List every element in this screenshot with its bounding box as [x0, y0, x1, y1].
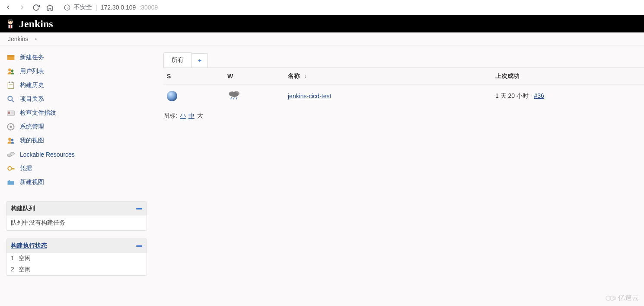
sidebar: 新建任务 用户列表 构建历史 项目关系 检查文件指纹 系统管理 我的视图 Loc… — [0, 45, 156, 276]
table-header-row: S W 名称 ↓ 上次成功 — [163, 68, 644, 85]
sidebar-item-newview[interactable]: 新建视图 — [6, 175, 156, 189]
sidebar-item-lockable[interactable]: Lockable Resources — [6, 148, 156, 161]
legend-small[interactable]: 小 — [180, 112, 186, 120]
lockable-icon — [6, 150, 16, 159]
col-last-success[interactable]: 上次成功 — [492, 68, 644, 85]
sidebar-item-label: 项目关系 — [20, 95, 44, 103]
svg-point-12 — [8, 68, 11, 71]
svg-rect-14 — [8, 82, 13, 89]
svg-rect-16 — [12, 82, 13, 83]
svg-line-35 — [13, 124, 13, 125]
jenkins-butler-icon — [4, 18, 16, 30]
build-queue-empty: 队列中没有构建任务 — [6, 216, 147, 230]
sidebar-item-label: 用户列表 — [20, 68, 44, 75]
sidebar-item-fingerprint[interactable]: 检查文件指纹 — [6, 106, 156, 120]
sidebar-item-manage[interactable]: 系统管理 — [6, 120, 156, 134]
svg-line-34 — [8, 129, 9, 129]
manage-icon — [6, 122, 16, 132]
status-cell — [163, 85, 224, 107]
url-host: 172.30.0.109 — [101, 4, 136, 11]
job-table: S W 名称 ↓ 上次成功 — [163, 68, 644, 107]
browser-toolbar: 不安全 | 172.30.0.109:30009 — [0, 0, 644, 15]
svg-line-48 — [233, 97, 234, 100]
name-cell: jenkins-cicd-test — [284, 85, 492, 107]
people-icon — [6, 67, 16, 76]
breadcrumb: Jenkins ▸ — [0, 32, 644, 45]
weather-rain-icon — [227, 89, 241, 101]
tab-all[interactable]: 所有 — [163, 52, 192, 68]
svg-point-9 — [11, 21, 12, 22]
sidebar-item-label: 系统管理 — [20, 123, 44, 131]
build-queue-pane: 构建队列 队列中没有构建任务 — [6, 201, 147, 231]
svg-rect-4 — [9, 19, 12, 21]
last-success-time: 1 天 20 小时 — [495, 92, 529, 99]
build-queue-header: 构建队列 — [6, 202, 147, 216]
job-link[interactable]: jenkins-cicd-test — [288, 93, 331, 100]
sidebar-item-credentials[interactable]: 凭据 — [6, 161, 156, 175]
sidebar-item-myviews[interactable]: 我的视图 — [6, 134, 156, 148]
sidebar-nav: 新建任务 用户列表 构建历史 项目关系 检查文件指纹 系统管理 我的视图 Loc… — [6, 51, 156, 189]
svg-rect-22 — [8, 112, 10, 114]
sidebar-item-label: 检查文件指纹 — [20, 109, 56, 117]
sidebar-item-history[interactable]: 构建历史 — [6, 78, 156, 92]
fingerprint-icon — [6, 108, 16, 118]
back-icon[interactable] — [4, 3, 12, 11]
legend-medium[interactable]: 中 — [188, 112, 194, 120]
svg-rect-7 — [10, 25, 11, 28]
collapse-icon[interactable] — [136, 245, 142, 247]
sidebar-item-label: 我的视图 — [20, 137, 44, 145]
build-link[interactable]: #36 — [534, 92, 544, 99]
my-views-icon — [6, 136, 16, 145]
svg-point-46 — [230, 92, 238, 97]
tab-add[interactable]: + — [191, 53, 208, 68]
svg-line-20 — [12, 100, 14, 102]
sidebar-item-relations[interactable]: 项目关系 — [6, 92, 156, 106]
url-port: :30009 — [139, 4, 158, 11]
status-ball-icon — [167, 91, 177, 101]
executor-num: 1 — [11, 254, 14, 262]
executor-row: 2空闲 — [6, 264, 147, 275]
sidebar-item-new[interactable]: 新建任务 — [6, 51, 156, 64]
svg-point-13 — [11, 69, 13, 72]
sidebar-item-label: 构建历史 — [20, 81, 44, 89]
jenkins-logo[interactable]: Jenkins — [4, 18, 53, 30]
reload-icon[interactable] — [32, 3, 40, 11]
new-view-icon — [6, 177, 16, 187]
svg-point-8 — [9, 21, 10, 22]
executor-status: 空闲 — [19, 254, 31, 262]
forward-icon — [18, 3, 26, 11]
svg-point-27 — [10, 126, 12, 128]
svg-line-33 — [13, 129, 13, 129]
executor-row: 1空闲 — [6, 253, 147, 264]
credentials-icon — [6, 164, 16, 173]
icon-legend: 图标: 小 中 大 — [163, 112, 644, 120]
svg-line-49 — [236, 97, 237, 100]
home-icon[interactable] — [46, 3, 54, 11]
col-status[interactable]: S — [163, 68, 224, 85]
col-name[interactable]: 名称 ↓ — [284, 68, 492, 85]
sidebar-item-label: 凭据 — [20, 164, 32, 172]
address-bar[interactable]: 不安全 | 172.30.0.109:30009 — [64, 3, 158, 11]
sidebar-item-label: 新建视图 — [20, 178, 44, 186]
sidebar-item-people[interactable]: 用户列表 — [6, 64, 156, 78]
executor-title[interactable]: 构建执行状态 — [11, 242, 47, 250]
breadcrumb-root[interactable]: Jenkins — [8, 35, 28, 42]
last-success-cell: 1 天 20 小时 - #36 — [492, 85, 644, 107]
insecure-label: 不安全 — [74, 3, 92, 11]
svg-point-40 — [8, 167, 11, 170]
svg-line-47 — [231, 97, 232, 100]
svg-line-32 — [8, 124, 9, 125]
info-icon — [64, 4, 70, 11]
executor-num: 2 — [11, 266, 14, 274]
col-weather[interactable]: W — [224, 68, 284, 85]
sidebar-item-label: Lockable Resources — [20, 151, 75, 158]
svg-point-39 — [10, 152, 14, 155]
new-item-icon — [6, 53, 16, 62]
app-name: Jenkins — [19, 18, 53, 30]
executor-header: 构建执行状态 — [6, 239, 147, 253]
collapse-icon[interactable] — [136, 208, 142, 209]
relations-icon — [6, 94, 16, 104]
sort-indicator-icon: ↓ — [304, 73, 307, 79]
svg-point-37 — [11, 139, 13, 141]
legend-label: 图标: — [163, 112, 177, 120]
